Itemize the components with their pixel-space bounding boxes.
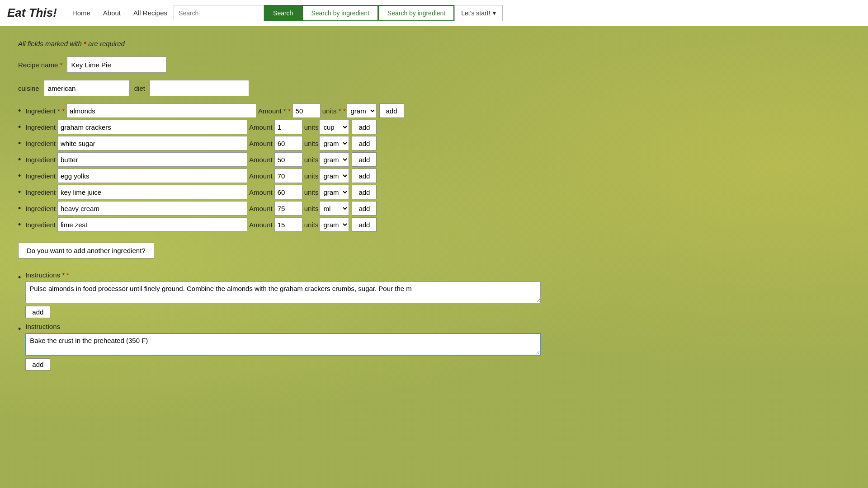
add-ingredient-button[interactable]: Do you want to add another ingredient? [18, 243, 154, 258]
instruction-add-button[interactable]: add [25, 358, 50, 371]
ingredient-row: •IngredientAmountunitsgramcupmloztsptbsp… [18, 169, 624, 183]
ingredient-add-button[interactable]: add [379, 103, 404, 118]
ingredient-add-button[interactable]: add [352, 185, 377, 199]
ingredient-row: •IngredientAmountunitsgramcupmloztsptbsp… [18, 217, 624, 232]
required-note: All fields marked with * are required [18, 40, 624, 47]
ingredient-label: Ingredient [25, 221, 56, 229]
ingredient-label: Ingredient [25, 156, 56, 164]
instruction-add-button[interactable]: add [25, 306, 50, 318]
ingredient-add-button[interactable]: add [352, 217, 377, 232]
ingredient-add-button[interactable]: add [352, 201, 377, 216]
ingredient-name-input[interactable] [57, 185, 247, 199]
diet-label: diet [134, 84, 145, 92]
instruction-label: Instructions * [25, 271, 541, 279]
instruction-row: •Instructions *add [18, 271, 624, 318]
instruction-bullet-icon: • [18, 324, 21, 334]
units-select[interactable]: gramcupmloztsptbsppiece [347, 103, 377, 118]
search-by-ingredient-button-2[interactable]: Search by ingredient [378, 5, 454, 21]
units-label: units [304, 172, 319, 180]
recipe-name-row: Recipe name [18, 56, 624, 73]
nav-link-home[interactable]: Home [66, 9, 97, 17]
ingredient-bullet-icon: • [18, 220, 21, 230]
instruction-textarea[interactable] [25, 282, 541, 303]
amount-label: Amount [249, 205, 273, 212]
instruction-label: Instructions [25, 323, 541, 330]
instruction-block: Instructions *add [25, 271, 541, 318]
ingredient-bullet-icon: • [18, 106, 21, 116]
ingredient-label: Ingredient [25, 140, 56, 147]
nav-link-about[interactable]: About [97, 9, 127, 17]
ingredient-add-button[interactable]: add [352, 120, 377, 134]
ingredient-bullet-icon: • [18, 188, 21, 197]
units-label: units [304, 140, 319, 147]
units-label: units [304, 156, 319, 164]
amount-label: Amount [249, 140, 273, 147]
ingredient-row: •IngredientAmountunitsgramcupmloztsptbsp… [18, 185, 624, 199]
search-button[interactable]: Search [264, 5, 302, 21]
units-label: units [304, 188, 319, 196]
instruction-textarea[interactable] [25, 333, 541, 356]
search-by-ingredient-button-1[interactable]: Search by ingredient [302, 5, 378, 21]
ingredient-name-input[interactable] [57, 217, 247, 232]
amount-input[interactable] [274, 185, 302, 199]
ingredient-name-input[interactable] [57, 169, 247, 183]
ingredient-label: Ingredient * [25, 107, 65, 115]
cuisine-diet-row: cuisine diet [18, 80, 624, 96]
ingredient-label: Ingredient [25, 188, 56, 196]
amount-input[interactable] [274, 217, 302, 232]
amount-input[interactable] [274, 201, 302, 216]
units-select[interactable]: gramcupmloztsptbsppiece [319, 217, 349, 232]
cuisine-label: cuisine [18, 84, 39, 92]
units-label: units [304, 123, 319, 131]
nav-link-all-recipes[interactable]: All Recipes [127, 9, 174, 17]
amount-label: Amount * [258, 107, 291, 115]
amount-input[interactable] [274, 120, 302, 134]
units-select[interactable]: gramcupmloztsptbsppiece [319, 120, 349, 134]
cuisine-input[interactable] [44, 80, 130, 96]
ingredient-name-input[interactable] [57, 136, 247, 150]
units-select[interactable]: gramcupmloztsptbsppiece [319, 152, 349, 167]
search-input[interactable] [174, 5, 264, 21]
amount-label: Amount [249, 188, 273, 196]
ingredient-row: •IngredientAmountunitsgramcupmloztsptbsp… [18, 120, 624, 134]
units-select[interactable]: gramcupmloztsptbsppiece [319, 169, 349, 183]
diet-input[interactable] [150, 80, 249, 96]
amount-input[interactable] [292, 103, 321, 118]
ingredient-name-input[interactable] [57, 152, 247, 167]
ingredient-name-input[interactable] [57, 120, 247, 134]
units-select[interactable]: gramcupmloztsptbsppiece [319, 136, 349, 150]
ingredient-row: •IngredientAmountunitsgramcupmloztsptbsp… [18, 201, 624, 216]
ingredient-add-button[interactable]: add [352, 152, 377, 167]
ingredient-name-input[interactable] [57, 201, 247, 216]
ingredient-bullet-icon: • [18, 171, 21, 181]
ingredient-row: •Ingredient *Amount *units *gramcupmlozt… [18, 103, 624, 118]
units-select[interactable]: gramcupmloztsptbsppiece [319, 185, 349, 199]
recipe-form: All fields marked with * are required Re… [18, 40, 624, 371]
instruction-bullet-icon: • [18, 273, 21, 282]
navbar: Eat This! Home About All Recipes Search … [0, 0, 868, 26]
ingredient-bullet-icon: • [18, 139, 21, 148]
amount-input[interactable] [274, 169, 302, 183]
amount-input[interactable] [274, 136, 302, 150]
lets-start-label: Let's start! [461, 9, 490, 17]
chevron-down-icon: ▾ [493, 9, 496, 17]
instruction-block: Instructionsadd [25, 323, 541, 371]
ingredient-row: •IngredientAmountunitsgramcupmloztsptbsp… [18, 152, 624, 167]
lets-start-button[interactable]: Let's start! ▾ [454, 5, 503, 21]
ingredient-add-button[interactable]: add [352, 169, 377, 183]
amount-label: Amount [249, 221, 273, 229]
ingredient-label: Ingredient [25, 123, 56, 131]
ingredient-bullet-icon: • [18, 155, 21, 164]
units-select[interactable]: gramcupmloztsptbsppiece [319, 201, 349, 216]
ingredient-bullet-icon: • [18, 122, 21, 132]
ingredient-label: Ingredient [25, 172, 56, 180]
units-label: units * [322, 107, 346, 115]
recipe-name-input[interactable] [67, 56, 166, 73]
recipe-name-label: Recipe name [18, 61, 62, 69]
ingredient-bullet-icon: • [18, 204, 21, 213]
nav-logo: Eat This! [7, 6, 57, 20]
ingredient-add-button[interactable]: add [352, 136, 377, 150]
amount-input[interactable] [274, 152, 302, 167]
ingredient-name-input[interactable] [66, 103, 256, 118]
main-content: All fields marked with * are required Re… [0, 26, 868, 488]
